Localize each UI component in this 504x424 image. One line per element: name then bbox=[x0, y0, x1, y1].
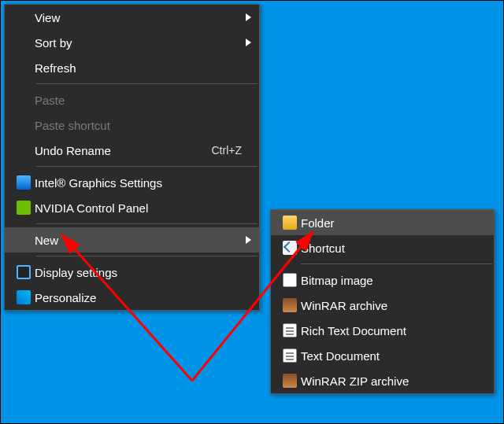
menu-item-new-shortcut[interactable]: Shortcut bbox=[271, 235, 494, 260]
menu-label: Bitmap image bbox=[301, 274, 487, 287]
menu-label: Rich Text Document bbox=[301, 324, 487, 337]
menu-item-view[interactable]: View bbox=[5, 5, 259, 30]
menu-label: Folder bbox=[301, 216, 487, 230]
menu-item-display-settings[interactable]: Display settings bbox=[5, 260, 259, 285]
shortcut-icon bbox=[279, 241, 301, 255]
document-icon bbox=[279, 323, 301, 337]
desktop-context-menu: View Sort by Refresh Paste Paste shortcu… bbox=[4, 4, 260, 311]
chevron-right-icon bbox=[246, 236, 251, 244]
menu-item-intel-graphics[interactable]: Intel® Graphics Settings bbox=[5, 170, 259, 195]
chevron-right-icon bbox=[246, 13, 251, 21]
chevron-right-icon bbox=[246, 39, 251, 46]
archive-icon bbox=[279, 374, 301, 388]
menu-item-sort-by[interactable]: Sort by bbox=[5, 30, 259, 55]
menu-item-new-winrar-zip[interactable]: WinRAR ZIP archive bbox=[271, 368, 494, 393]
bitmap-icon bbox=[279, 273, 301, 287]
menu-separator bbox=[36, 166, 258, 167]
menu-label: Undo Rename bbox=[35, 144, 212, 157]
intel-icon bbox=[13, 175, 35, 190]
menu-label: NVIDIA Control Panel bbox=[35, 201, 253, 215]
menu-item-nvidia-control-panel[interactable]: NVIDIA Control Panel bbox=[5, 195, 259, 220]
menu-label: Personalize bbox=[35, 291, 253, 304]
menu-item-new-text[interactable]: Text Document bbox=[271, 343, 494, 368]
menu-label: New bbox=[35, 234, 246, 247]
menu-item-personalize[interactable]: Personalize bbox=[5, 285, 259, 310]
menu-separator bbox=[36, 256, 258, 256]
menu-item-new-winrar[interactable]: WinRAR archive bbox=[271, 293, 494, 318]
nvidia-icon bbox=[13, 201, 35, 215]
document-icon bbox=[279, 348, 301, 363]
menu-separator bbox=[36, 223, 258, 224]
menu-separator bbox=[36, 83, 258, 84]
menu-item-new[interactable]: New bbox=[5, 227, 259, 253]
menu-item-undo[interactable]: Undo Rename Ctrl+Z bbox=[5, 138, 259, 163]
menu-item-new-bitmap[interactable]: Bitmap image bbox=[271, 267, 494, 293]
menu-label: View bbox=[35, 11, 246, 24]
display-icon bbox=[13, 265, 35, 279]
menu-item-new-folder[interactable]: Folder bbox=[271, 210, 494, 235]
archive-icon bbox=[279, 298, 301, 312]
menu-label: Display settings bbox=[35, 266, 253, 279]
menu-item-new-rtf[interactable]: Rich Text Document bbox=[271, 318, 494, 343]
menu-label: Intel® Graphics Settings bbox=[35, 176, 253, 190]
menu-shortcut: Ctrl+Z bbox=[212, 144, 243, 157]
menu-label: Refresh bbox=[35, 61, 253, 75]
menu-label: Sort by bbox=[35, 36, 246, 50]
menu-label: Paste bbox=[35, 94, 253, 107]
menu-label: Text Document bbox=[301, 349, 487, 363]
menu-label: WinRAR archive bbox=[301, 299, 487, 312]
menu-label: Shortcut bbox=[301, 241, 487, 255]
menu-item-paste-shortcut: Paste shortcut bbox=[5, 112, 259, 138]
menu-item-refresh[interactable]: Refresh bbox=[5, 55, 259, 80]
new-submenu: Folder Shortcut Bitmap image WinRAR arch… bbox=[270, 209, 495, 394]
menu-label: Paste shortcut bbox=[35, 119, 253, 132]
personalize-icon bbox=[13, 290, 35, 304]
menu-label: WinRAR ZIP archive bbox=[301, 374, 487, 388]
menu-separator bbox=[301, 264, 492, 264]
folder-icon bbox=[279, 216, 301, 230]
menu-item-paste: Paste bbox=[5, 87, 259, 112]
